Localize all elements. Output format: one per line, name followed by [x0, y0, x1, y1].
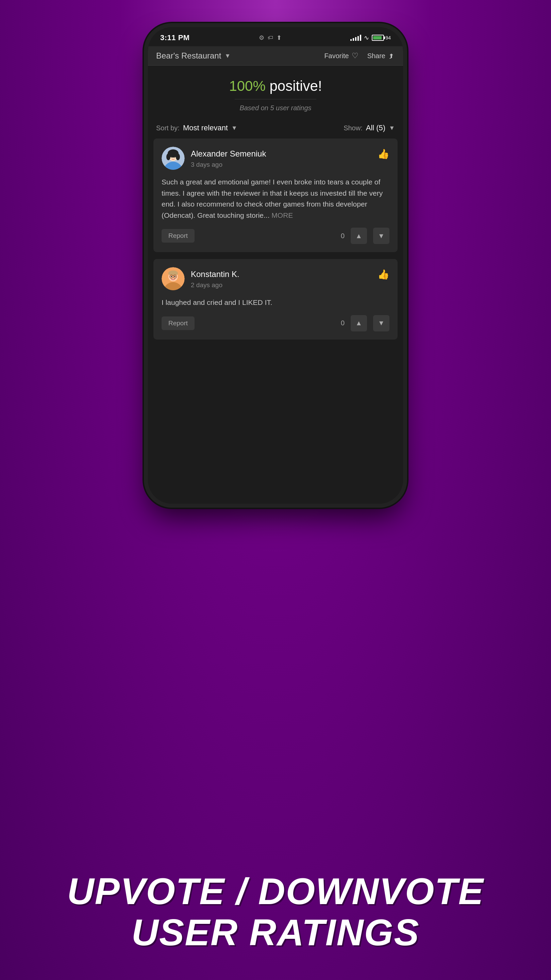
vote-count: 0 — [341, 232, 345, 240]
status-bar: 3:11 PM ⚙ 🏷 ⬆ ∿ 94 — [148, 27, 403, 46]
upvote-button[interactable]: ▲ — [351, 315, 367, 331]
favorite-button[interactable]: Favorite ♡ — [324, 51, 358, 60]
review-body: I laughed and cried and I LIKED IT. — [162, 297, 389, 308]
heart-icon: ♡ — [352, 51, 359, 60]
share-label: Share — [367, 52, 385, 60]
review-header: Alexander Semeniuk 👍 3 days ago — [162, 147, 389, 170]
status-right-icons: ∿ 94 — [350, 34, 391, 41]
battery-fill — [373, 36, 382, 40]
review-time: 2 days ago — [191, 282, 222, 288]
upvote-button[interactable]: ▲ — [351, 228, 367, 244]
review-more[interactable]: MORE — [272, 211, 293, 219]
bottom-banner: UPVOTE / DOWNVOTE USER RATINGS — [0, 850, 551, 980]
upvote-icon: ▲ — [356, 232, 362, 240]
sort-value: Most relevant — [183, 124, 228, 132]
rating-percentage: 100% positive! — [156, 78, 395, 94]
sort-label: Sort by: — [156, 124, 179, 132]
app-title-section[interactable]: Bear's Restaurant ▼ — [156, 51, 230, 60]
status-left: 3:11 PM — [160, 33, 190, 42]
app-header: Bear's Restaurant ▼ Favorite ♡ Share ⮭ — [148, 46, 403, 65]
bottom-banner-text: UPVOTE / DOWNVOTE USER RATINGS — [21, 870, 530, 953]
downvote-button[interactable]: ▼ — [373, 315, 389, 331]
reviewer-name: Konstantin K. — [191, 269, 240, 279]
rating-number: 100% — [229, 78, 265, 94]
vote-count: 0 — [341, 319, 345, 327]
review-time: 3 days ago — [191, 161, 222, 168]
show-value: All (5) — [366, 124, 385, 132]
sort-chevron-icon: ▼ — [231, 124, 237, 132]
review-meta: Alexander Semeniuk 👍 3 days ago — [191, 148, 389, 169]
sort-section[interactable]: Sort by: Most relevant ▼ — [156, 124, 237, 132]
signal-bars — [350, 35, 361, 41]
downvote-icon: ▼ — [378, 232, 385, 240]
main-content: 100% positive! Based on 5 user ratings S… — [148, 66, 403, 504]
show-section[interactable]: Show: All (5) ▼ — [343, 124, 395, 132]
rating-subtext: Based on 5 user ratings — [156, 104, 395, 112]
bottom-line-2: USER RATINGS — [21, 912, 530, 953]
review-body: Such a great and emotional game! I even … — [162, 177, 389, 221]
review-text: I laughed and cried and I LIKED IT. — [162, 298, 272, 306]
thumb-up-icon: 👍 — [378, 269, 389, 280]
svg-point-7 — [174, 156, 176, 158]
gear-icon: ⚙ — [259, 34, 264, 41]
rating-suffix: positive! — [270, 78, 322, 94]
svg-point-6 — [171, 156, 172, 158]
review-header: Konstantin K. 👍 2 days ago — [162, 267, 389, 290]
svg-point-5 — [176, 153, 180, 160]
upload-icon: ⬆ — [276, 34, 282, 41]
phone-shell: 3:11 PM ⚙ 🏷 ⬆ ∿ 94 — [148, 27, 403, 504]
rating-section: 100% positive! Based on 5 user ratings — [148, 66, 403, 119]
rating-divider — [235, 99, 316, 99]
review-meta: Konstantin K. 👍 2 days ago — [191, 269, 389, 289]
share-button[interactable]: Share ⮭ — [367, 52, 395, 60]
battery-body — [372, 35, 384, 41]
svg-point-12 — [171, 276, 172, 277]
show-label: Show: — [343, 124, 362, 132]
svg-point-13 — [174, 276, 176, 277]
status-time: 3:11 PM — [160, 33, 190, 42]
status-system-icons: ⚙ 🏷 ⬆ — [259, 34, 282, 41]
show-chevron-icon: ▼ — [389, 124, 395, 132]
bottom-line-1: UPVOTE / DOWNVOTE — [21, 870, 530, 912]
screen: 3:11 PM ⚙ 🏷 ⬆ ∿ 94 — [148, 27, 403, 504]
avatar — [162, 267, 185, 290]
thumb-up-icon: 👍 — [378, 148, 389, 159]
upvote-icon: ▲ — [356, 319, 362, 327]
label-icon: 🏷 — [268, 35, 273, 41]
review-time-row: 2 days ago — [191, 282, 389, 289]
review-card: Konstantin K. 👍 2 days ago I laughed and… — [153, 259, 398, 340]
review-meta-row: Alexander Semeniuk 👍 — [191, 148, 389, 159]
battery-level: 94 — [385, 35, 391, 40]
header-actions: Favorite ♡ Share ⮭ — [324, 51, 395, 60]
wifi-icon: ∿ — [364, 34, 369, 41]
review-meta-row: Konstantin K. 👍 — [191, 269, 389, 280]
avatar — [162, 147, 185, 170]
favorite-label: Favorite — [324, 52, 349, 60]
downvote-icon: ▼ — [378, 319, 385, 327]
review-time-row: 3 days ago — [191, 161, 389, 169]
svg-point-4 — [166, 153, 170, 160]
review-footer: Report 0 ▲ ▼ — [162, 228, 389, 244]
share-icon: ⮭ — [388, 52, 395, 60]
svg-point-11 — [168, 270, 178, 276]
report-button[interactable]: Report — [162, 317, 195, 330]
chevron-down-icon: ▼ — [224, 52, 230, 60]
reviewer-name: Alexander Semeniuk — [191, 149, 266, 159]
sort-bar: Sort by: Most relevant ▼ Show: All (5) ▼ — [148, 119, 403, 138]
battery-indicator: 94 — [372, 35, 391, 41]
app-title: Bear's Restaurant — [156, 51, 221, 60]
report-button[interactable]: Report — [162, 229, 195, 243]
downvote-button[interactable]: ▼ — [373, 228, 389, 244]
review-card: Alexander Semeniuk 👍 3 days ago Such a g… — [153, 138, 398, 252]
review-footer: Report 0 ▲ ▼ — [162, 315, 389, 331]
